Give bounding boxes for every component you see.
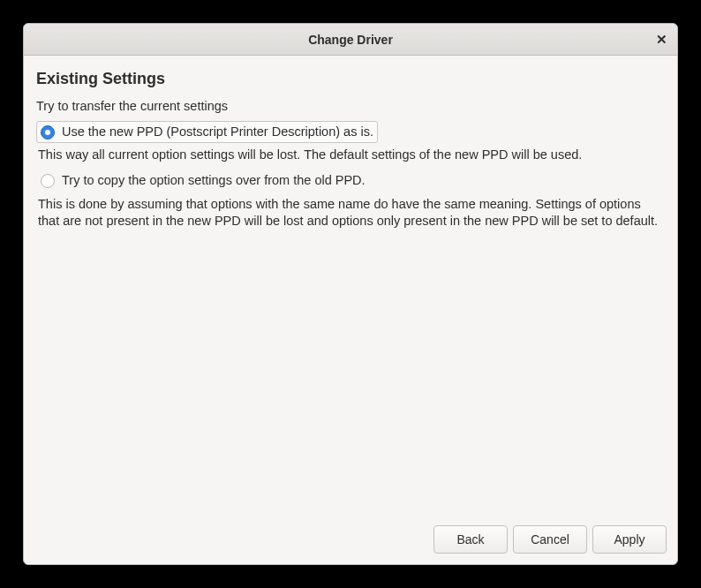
dialog-footer: Back Cancel Apply [24,515,677,564]
radio-label: Use the new PPD (Postscript Printer Desc… [62,124,373,141]
section-subheading: Try to transfer the current settings [36,98,665,116]
radio-option-use-new-ppd[interactable]: Use the new PPD (Postscript Printer Desc… [36,121,378,144]
dialog-title: Change Driver [308,33,393,47]
apply-button[interactable]: Apply [592,525,667,554]
radio-option-copy-settings[interactable]: Try to copy the option settings over fro… [36,170,370,192]
section-heading: Existing Settings [36,68,665,89]
option-description: This way all current option settings wil… [36,147,665,164]
radio-icon [41,125,55,139]
close-icon[interactable]: ✕ [652,31,670,49]
change-driver-dialog: Change Driver ✕ Existing Settings Try to… [23,23,678,565]
option-description: This is done by assuming that options wi… [36,196,665,230]
dialog-content: Existing Settings Try to transfer the cu… [24,56,677,515]
cancel-button[interactable]: Cancel [513,525,587,554]
radio-icon [41,174,55,188]
titlebar: Change Driver ✕ [24,24,677,56]
back-button[interactable]: Back [433,525,508,554]
radio-label: Try to copy the option settings over fro… [62,172,366,190]
